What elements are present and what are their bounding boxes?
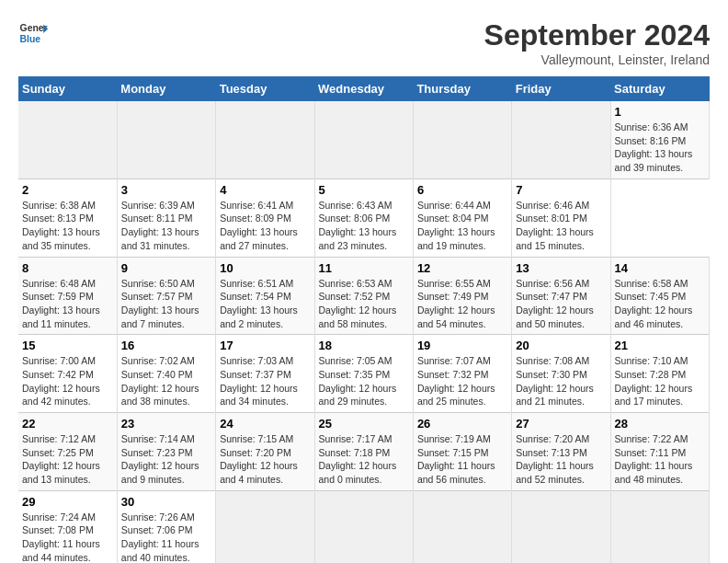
day-info: Sunrise: 7:00 AMSunset: 7:42 PMDaylight:…: [22, 354, 113, 408]
calendar-cell: 21Sunrise: 7:10 AMSunset: 7:28 PMDayligh…: [610, 335, 709, 413]
calendar-cell: [314, 490, 413, 563]
day-info: Sunrise: 7:12 AMSunset: 7:25 PMDaylight:…: [22, 432, 113, 487]
calendar-cell: 18Sunrise: 7:05 AMSunset: 7:35 PMDayligh…: [314, 335, 413, 413]
calendar-week: 8Sunrise: 6:48 AMSunset: 7:59 PMDaylight…: [18, 257, 710, 335]
calendar-cell: 3Sunrise: 6:39 AMSunset: 8:11 PMDaylight…: [117, 178, 215, 257]
day-number: 7: [516, 183, 606, 197]
calendar-cell: 26Sunrise: 7:19 AMSunset: 7:15 PMDayligh…: [413, 413, 511, 491]
day-info: Sunrise: 6:38 AMSunset: 8:13 PMDaylight:…: [22, 199, 113, 253]
day-info: Sunrise: 6:58 AMSunset: 7:45 PMDaylight:…: [615, 277, 705, 331]
day-info: Sunrise: 7:24 AMSunset: 7:08 PMDaylight:…: [22, 511, 113, 563]
day-number: 2: [22, 183, 113, 197]
calendar-cell: 2Sunrise: 6:38 AMSunset: 8:13 PMDaylight…: [18, 178, 117, 257]
day-info: Sunrise: 7:22 AMSunset: 7:11 PMDaylight:…: [615, 432, 705, 487]
day-number: 14: [615, 261, 705, 275]
calendar-cell: 11Sunrise: 6:53 AMSunset: 7:52 PMDayligh…: [314, 257, 413, 335]
day-info: Sunrise: 6:46 AMSunset: 8:01 PMDaylight:…: [516, 199, 606, 253]
day-number: 30: [121, 495, 211, 509]
day-info: Sunrise: 7:07 AMSunset: 7:32 PMDaylight:…: [417, 354, 507, 408]
day-info: Sunrise: 6:39 AMSunset: 8:11 PMDaylight:…: [121, 199, 211, 253]
day-info: Sunrise: 7:20 AMSunset: 7:13 PMDaylight:…: [516, 432, 606, 487]
calendar-week: 2Sunrise: 6:38 AMSunset: 8:13 PMDaylight…: [18, 178, 710, 257]
day-info: Sunrise: 7:05 AMSunset: 7:35 PMDaylight:…: [319, 354, 409, 408]
header: General Blue September 2024 Valleymount,…: [18, 18, 710, 67]
day-info: Sunrise: 6:43 AMSunset: 8:06 PMDaylight:…: [319, 199, 409, 253]
calendar-cell: [512, 490, 610, 563]
day-number: 25: [319, 417, 409, 431]
day-info: Sunrise: 7:02 AMSunset: 7:40 PMDaylight:…: [121, 354, 211, 408]
day-info: Sunrise: 7:26 AMSunset: 7:06 PMDaylight:…: [121, 511, 211, 563]
calendar-cell: 30Sunrise: 7:26 AMSunset: 7:06 PMDayligh…: [117, 490, 215, 563]
day-number: 6: [417, 183, 507, 197]
day-info: Sunrise: 7:10 AMSunset: 7:28 PMDaylight:…: [615, 354, 705, 408]
day-number: 10: [220, 261, 310, 275]
weekday-header: Saturday: [610, 76, 709, 101]
day-number: 18: [319, 339, 409, 352]
day-info: Sunrise: 7:14 AMSunset: 7:23 PMDaylight:…: [121, 432, 211, 487]
calendar-cell: 16Sunrise: 7:02 AMSunset: 7:40 PMDayligh…: [117, 335, 215, 413]
day-info: Sunrise: 7:15 AMSunset: 7:20 PMDaylight:…: [220, 432, 310, 487]
calendar-cell: 13Sunrise: 6:56 AMSunset: 7:47 PMDayligh…: [512, 257, 610, 335]
svg-text:Blue: Blue: [20, 34, 41, 44]
day-number: 12: [417, 261, 507, 275]
location-subtitle: Valleymount, Leinster, Ireland: [484, 52, 710, 67]
calendar-cell: [610, 490, 709, 563]
calendar-header: SundayMondayTuesdayWednesdayThursdayFrid…: [18, 76, 710, 101]
calendar-table: SundayMondayTuesdayWednesdayThursdayFrid…: [18, 76, 710, 563]
day-number: 5: [319, 183, 409, 197]
day-number: 28: [615, 417, 705, 431]
calendar-week: 15Sunrise: 7:00 AMSunset: 7:42 PMDayligh…: [18, 335, 710, 413]
weekday-header: Sunday: [18, 76, 117, 101]
day-info: Sunrise: 7:19 AMSunset: 7:15 PMDaylight:…: [417, 432, 507, 487]
weekday-header: Thursday: [413, 76, 511, 101]
day-number: 26: [417, 417, 507, 431]
day-number: 1: [615, 105, 705, 119]
day-info: Sunrise: 6:53 AMSunset: 7:52 PMDaylight:…: [319, 277, 409, 331]
calendar-cell: [413, 490, 511, 563]
day-info: Sunrise: 6:55 AMSunset: 7:49 PMDaylight:…: [417, 277, 507, 331]
calendar-cell: 6Sunrise: 6:44 AMSunset: 8:04 PMDaylight…: [413, 178, 511, 257]
calendar-cell: [216, 490, 314, 563]
calendar-cell: 8Sunrise: 6:48 AMSunset: 7:59 PMDaylight…: [18, 257, 117, 335]
day-info: Sunrise: 6:50 AMSunset: 7:57 PMDaylight:…: [121, 277, 211, 331]
calendar-cell: 19Sunrise: 7:07 AMSunset: 7:32 PMDayligh…: [413, 335, 511, 413]
calendar-cell: 5Sunrise: 6:43 AMSunset: 8:06 PMDaylight…: [314, 178, 413, 257]
day-number: 4: [220, 183, 310, 197]
calendar-cell: 17Sunrise: 7:03 AMSunset: 7:37 PMDayligh…: [216, 335, 314, 413]
day-number: 8: [22, 261, 113, 275]
day-info: Sunrise: 6:44 AMSunset: 8:04 PMDaylight:…: [417, 199, 507, 253]
day-number: 24: [220, 417, 310, 431]
day-info: Sunrise: 6:48 AMSunset: 7:59 PMDaylight:…: [22, 277, 113, 331]
calendar-cell: 10Sunrise: 6:51 AMSunset: 7:54 PMDayligh…: [216, 257, 314, 335]
weekday-header: Friday: [512, 76, 610, 101]
day-info: Sunrise: 7:17 AMSunset: 7:18 PMDaylight:…: [319, 432, 409, 487]
day-number: 20: [516, 339, 606, 352]
calendar-cell: 15Sunrise: 7:00 AMSunset: 7:42 PMDayligh…: [18, 335, 117, 413]
day-number: 27: [516, 417, 606, 431]
day-number: 23: [121, 417, 211, 431]
calendar-cell: 9Sunrise: 6:50 AMSunset: 7:57 PMDaylight…: [117, 257, 215, 335]
calendar-week: 1Sunrise: 6:36 AMSunset: 8:16 PMDaylight…: [18, 101, 710, 178]
calendar-cell: 22Sunrise: 7:12 AMSunset: 7:25 PMDayligh…: [18, 413, 117, 491]
day-number: 17: [220, 339, 310, 352]
calendar-cell: 7Sunrise: 6:46 AMSunset: 8:01 PMDaylight…: [512, 178, 610, 257]
day-number: 11: [319, 261, 409, 275]
calendar-cell: [314, 101, 413, 178]
calendar-cell: 24Sunrise: 7:15 AMSunset: 7:20 PMDayligh…: [216, 413, 314, 491]
calendar-cell: 12Sunrise: 6:55 AMSunset: 7:49 PMDayligh…: [413, 257, 511, 335]
calendar-cell: 14Sunrise: 6:58 AMSunset: 7:45 PMDayligh…: [610, 257, 709, 335]
month-title: September 2024: [484, 18, 710, 52]
day-number: 15: [22, 339, 113, 352]
calendar-cell: 4Sunrise: 6:41 AMSunset: 8:09 PMDaylight…: [216, 178, 314, 257]
day-number: 19: [417, 339, 507, 352]
calendar-cell: [216, 101, 314, 178]
day-info: Sunrise: 6:36 AMSunset: 8:16 PMDaylight:…: [615, 121, 705, 175]
calendar-cell: [18, 101, 117, 178]
day-number: 16: [121, 339, 211, 352]
day-number: 22: [22, 417, 113, 431]
day-info: Sunrise: 7:03 AMSunset: 7:37 PMDaylight:…: [220, 354, 310, 408]
calendar-cell: [413, 101, 511, 178]
day-number: 29: [22, 495, 113, 509]
calendar-body: 1Sunrise: 6:36 AMSunset: 8:16 PMDaylight…: [18, 101, 710, 563]
weekday-header: Tuesday: [216, 76, 314, 101]
